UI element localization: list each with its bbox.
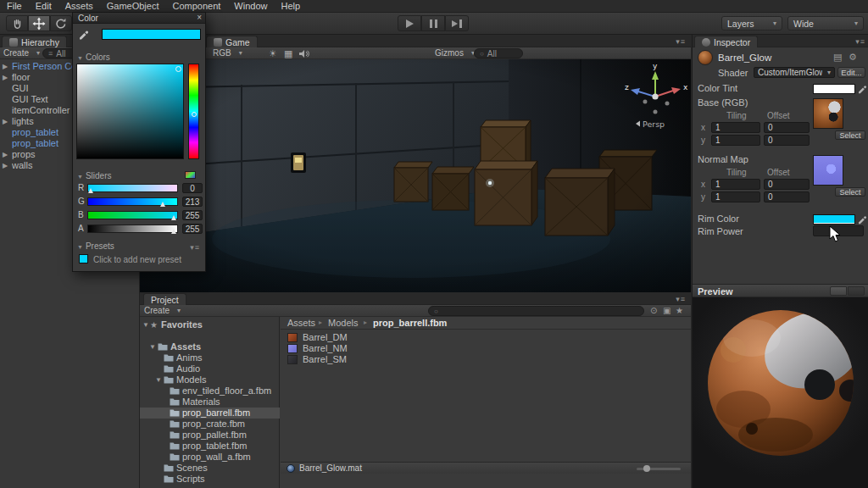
eyedropper-icon[interactable] (858, 83, 867, 94)
close-icon[interactable]: × (197, 13, 202, 23)
gizmos-dropdown[interactable]: Gizmos ▾ (435, 48, 475, 58)
slider-mode-icon[interactable] (185, 171, 196, 179)
menu-gameobject[interactable]: GameObject (100, 0, 166, 13)
step-button[interactable] (445, 15, 469, 31)
green-slider[interactable] (87, 197, 178, 206)
tree-item-anims[interactable]: Anims (140, 352, 280, 363)
color-picker-titlebar[interactable]: Color × (73, 13, 205, 24)
zoom-slider-thumb[interactable] (643, 465, 650, 472)
color-tint-swatch[interactable] (813, 84, 855, 94)
base-offset-x-field[interactable]: 0 (764, 122, 810, 133)
normal-offset-y-field[interactable]: 0 (764, 191, 810, 202)
move-tool-button[interactable] (28, 15, 50, 31)
tree-item-env-tiled-floor[interactable]: env_tiled_floor_a.fbm (140, 385, 280, 396)
tab-hierarchy[interactable]: Hierarchy (2, 36, 67, 47)
base-tiling-x-field[interactable]: 1 (711, 122, 760, 133)
slider-thumb[interactable] (171, 229, 176, 234)
colors-section-header[interactable]: ▼Colors (77, 53, 110, 62)
tree-item-prop-tablet[interactable]: prop_tablet.fbm (140, 441, 280, 452)
preview-model-button[interactable] (848, 286, 865, 296)
game-search-input[interactable]: ○ All (474, 48, 523, 58)
rim-color-swatch[interactable] (813, 214, 855, 225)
edit-shader-button[interactable]: Edit... (837, 67, 865, 78)
breadcrumb-assets[interactable]: Assets (287, 318, 315, 328)
favorites-star-icon[interactable]: ★ (676, 306, 683, 315)
menu-help[interactable]: Help (274, 0, 307, 13)
project-search-input[interactable]: ○ (428, 306, 644, 316)
tab-inspector[interactable]: Inspector (694, 36, 758, 47)
hierarchy-create-button[interactable]: Create ▾ (3, 48, 40, 58)
normal-tiling-x-field[interactable]: 1 (711, 179, 760, 190)
hand-tool-button[interactable] (6, 15, 28, 31)
red-slider[interactable] (87, 184, 178, 192)
tree-item-prop-wall[interactable]: prop_wall_a.fbm (140, 452, 280, 463)
project-create-button[interactable]: Create ▾ (144, 306, 181, 315)
file-item-barrel-dm[interactable]: Barrel_DM (281, 332, 691, 343)
menu-component[interactable]: Component (165, 0, 227, 13)
eyedropper-icon[interactable] (78, 28, 90, 40)
base-select-button[interactable]: Select (835, 130, 865, 140)
menu-window[interactable]: Window (227, 0, 274, 13)
saturation-value-picker[interactable] (76, 64, 184, 159)
blue-value-field[interactable]: 255 (182, 210, 203, 220)
search-by-type-icon[interactable]: ⊙ (650, 306, 657, 315)
game-panel-menu-icon[interactable]: ▾≡ (676, 37, 686, 46)
base-tiling-y-field[interactable]: 1 (711, 135, 760, 146)
menu-edit[interactable]: Edit (29, 0, 58, 13)
material-preview[interactable] (693, 297, 868, 488)
tree-item-prop-pallet[interactable]: prop_pallet.fbm (140, 430, 280, 441)
sliders-section-header[interactable]: ▼Sliders (77, 171, 112, 180)
tree-item-scenes[interactable]: Scenes (140, 463, 280, 474)
tree-item-audio[interactable]: Audio (140, 363, 280, 374)
tree-item-models[interactable]: ▼ Models (140, 374, 280, 385)
draw-mode-dropdown[interactable]: RGB ▾ (213, 48, 242, 58)
foldout-icon[interactable]: ▶ (3, 72, 8, 83)
normal-select-button[interactable]: Select (835, 187, 865, 197)
lighting-toggle-icon[interactable]: ☀ (269, 48, 277, 59)
shader-dropdown[interactable]: Custom/ItemGlow ▾ (754, 67, 835, 78)
project-panel-menu-icon[interactable]: ▾≡ (676, 295, 686, 303)
preview-light-button[interactable] (830, 286, 847, 296)
breadcrumb-models[interactable]: Models (328, 318, 358, 328)
base-offset-y-field[interactable]: 0 (764, 135, 810, 146)
gizmo-persp-label[interactable]: Persp (643, 119, 665, 129)
blue-slider[interactable] (87, 211, 178, 219)
foldout-icon[interactable]: ▶ (3, 160, 8, 171)
foldout-icon[interactable]: ▼ (142, 319, 149, 330)
normal-tiling-y-field[interactable]: 1 (711, 191, 760, 202)
slider-thumb[interactable] (171, 215, 176, 220)
menu-file[interactable]: File (0, 0, 29, 13)
pause-button[interactable] (421, 15, 445, 31)
tree-item-materials[interactable]: Materials (140, 396, 280, 408)
file-item-barrel-sm[interactable]: Barrel_SM (281, 354, 691, 365)
normal-offset-x-field[interactable]: 0 (764, 179, 810, 190)
presets-section-header[interactable]: ▼Presets (77, 241, 114, 251)
help-icon[interactable]: ▤ (833, 52, 842, 63)
file-item-barrel-nm[interactable]: Barrel_NM (281, 343, 691, 354)
tree-item-scripts[interactable]: Scripts (140, 474, 280, 485)
game-viewport[interactable]: y x z Persp (140, 59, 691, 292)
presets-menu-icon[interactable]: ▾≡ (190, 243, 200, 252)
foldout-icon[interactable]: ▶ (3, 149, 8, 160)
tab-project[interactable]: Project (143, 293, 186, 305)
foldout-icon[interactable]: ▶ (3, 61, 8, 72)
slider-thumb[interactable] (160, 202, 165, 207)
breadcrumb-current-folder[interactable]: prop_barrell.fbm (373, 318, 447, 328)
green-value-field[interactable]: 213 (182, 197, 203, 207)
tree-item-prop-barrell[interactable]: prop_barrell.fbm (140, 408, 280, 419)
color-preset-swatch[interactable] (79, 254, 88, 263)
render-mode-icon[interactable]: ▦ (284, 48, 292, 59)
tab-game[interactable]: Game (206, 36, 258, 47)
tree-item-favorites[interactable]: ▼ ★ Favorites (140, 319, 280, 330)
layout-dropdown[interactable]: Wide ▾ (787, 16, 864, 30)
hue-slider[interactable] (188, 64, 199, 159)
search-by-label-icon[interactable]: ▣ (663, 306, 670, 315)
base-texture-thumbnail[interactable] (813, 98, 843, 129)
layers-dropdown[interactable]: Layers ▾ (721, 16, 782, 30)
audio-mute-icon[interactable] (299, 50, 309, 58)
tree-item-assets[interactable]: ▼ Assets (140, 341, 280, 352)
foldout-icon[interactable]: ▼ (149, 341, 156, 352)
red-value-field[interactable]: 0 (182, 183, 203, 193)
alpha-value-field[interactable]: 255 (182, 224, 203, 234)
eyedropper-icon[interactable] (858, 214, 867, 225)
